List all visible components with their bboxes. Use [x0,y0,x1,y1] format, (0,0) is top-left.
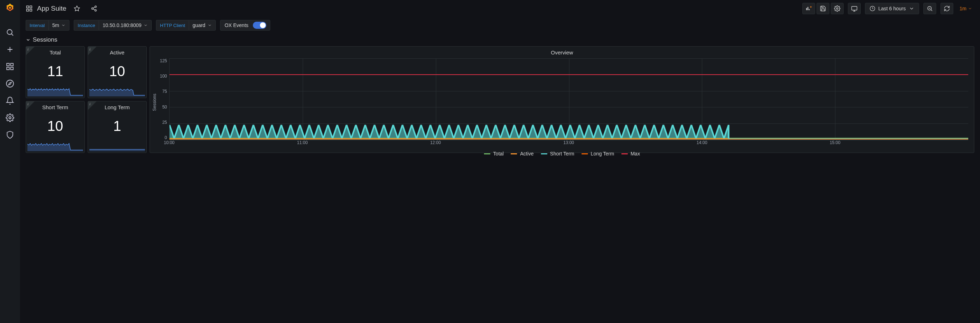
refresh-button[interactable] [940,3,953,14]
star-icon[interactable] [70,3,83,14]
stat-title: Total [26,47,84,55]
sidebar [0,0,20,323]
info-icon[interactable]: i [27,102,29,106]
grafana-logo[interactable] [5,3,15,14]
variable-interval: Interval 5m [25,20,70,31]
variable-http-client-value[interactable]: guard [189,20,216,31]
ox-events-toggle[interactable] [253,22,266,29]
stat-value: 10 [26,110,84,142]
time-range-picker[interactable]: Last 6 hours [865,3,919,14]
svg-rect-9 [30,6,32,8]
chart-title: Overview [150,47,974,55]
settings-button[interactable] [831,3,843,14]
chart-legend: Total Active Short Term Long Term [150,149,974,160]
variable-ox-events: OX Events [220,20,270,31]
legend-item-total[interactable]: Total [484,151,504,157]
stat-panel-long-term[interactable]: i Long Term 1 [88,101,147,153]
topbar: App Suite [20,0,980,17]
svg-point-16 [837,8,838,10]
svg-rect-2 [11,63,13,66]
page-title[interactable]: App Suite [37,5,66,13]
variable-interval-label: Interval [25,20,48,31]
svg-rect-17 [852,6,857,10]
stat-value: 1 [88,110,146,142]
cycle-view-button[interactable] [848,3,861,14]
legend-item-max[interactable]: Max [621,151,640,157]
info-icon[interactable]: i [89,47,91,51]
stat-title: Short Term [26,101,84,110]
stat-value: 10 [88,55,146,87]
admin-icon[interactable] [6,131,14,139]
refresh-interval-picker[interactable]: 1m [958,3,974,14]
info-icon[interactable]: i [27,47,29,51]
svg-point-14 [92,8,94,10]
stat-title: Long Term [88,101,146,110]
zoom-out-button[interactable] [923,3,936,14]
sparkline [88,87,146,98]
refresh-interval-value: 1m [960,6,966,11]
svg-rect-3 [7,67,9,70]
stat-value: 11 [26,55,84,87]
explore-icon[interactable] [6,79,14,88]
svg-marker-12 [75,6,80,11]
configuration-icon[interactable] [6,114,14,122]
variable-bar: Interval 5m Instance 10.50.0.180:8009 HT… [20,17,980,33]
plus-icon[interactable] [6,45,14,54]
apps-icon[interactable] [25,5,33,12]
dashboards-icon[interactable] [6,62,14,71]
svg-rect-10 [27,9,29,11]
stat-panel-active[interactable]: i Active 10 [88,46,147,98]
variable-instance-label: Instance [74,20,99,31]
x-ticks: 10:00 11:00 12:00 13:00 14:00 15:00 [169,140,968,147]
chevron-down-icon [25,37,30,42]
svg-rect-11 [30,9,32,11]
variable-instance: Instance 10.50.0.180:8009 [74,20,152,31]
variable-ox-events-label: OX Events [225,22,248,28]
svg-point-5 [6,80,14,87]
chart-panel-overview[interactable]: Overview Sessions 125 100 75 50 25 0 [150,46,974,153]
svg-point-0 [7,30,12,35]
share-icon[interactable] [88,3,100,14]
legend-item-short-term[interactable]: Short Term [541,151,574,157]
row-title: Sessions [33,36,57,43]
variable-interval-value[interactable]: 5m [48,20,70,31]
y-ticks: 125 100 75 50 25 0 [158,59,169,140]
legend-item-long-term[interactable]: Long Term [582,151,614,157]
variable-http-client: HTTP Client guard [156,20,215,31]
chart-plot-area[interactable] [169,59,968,140]
stat-title: Active [88,47,146,55]
stat-panel-total[interactable]: i Total 11 [25,46,85,98]
svg-point-13 [95,6,97,8]
variable-instance-value[interactable]: 10.50.0.180:8009 [99,20,152,31]
sparkline [88,142,146,153]
stat-panel-short-term[interactable]: i Short Term 10 [25,101,85,153]
sparkline [26,87,84,98]
svg-marker-6 [8,82,11,85]
svg-rect-4 [11,67,13,70]
add-panel-button[interactable] [802,3,815,14]
search-icon[interactable] [6,28,14,36]
svg-point-7 [9,117,11,119]
svg-rect-1 [7,63,9,66]
variable-http-client-label: HTTP Client [156,20,189,31]
legend-item-active[interactable]: Active [511,151,533,157]
svg-point-15 [95,10,97,11]
info-icon[interactable]: i [89,102,91,106]
row-header-sessions[interactable]: Sessions [25,33,974,46]
y-axis-label: Sessions [151,59,158,147]
time-range-label: Last 6 hours [878,6,905,11]
alerting-icon[interactable] [6,97,14,105]
svg-rect-8 [27,6,29,8]
save-button[interactable] [816,3,829,14]
sparkline [26,142,84,153]
